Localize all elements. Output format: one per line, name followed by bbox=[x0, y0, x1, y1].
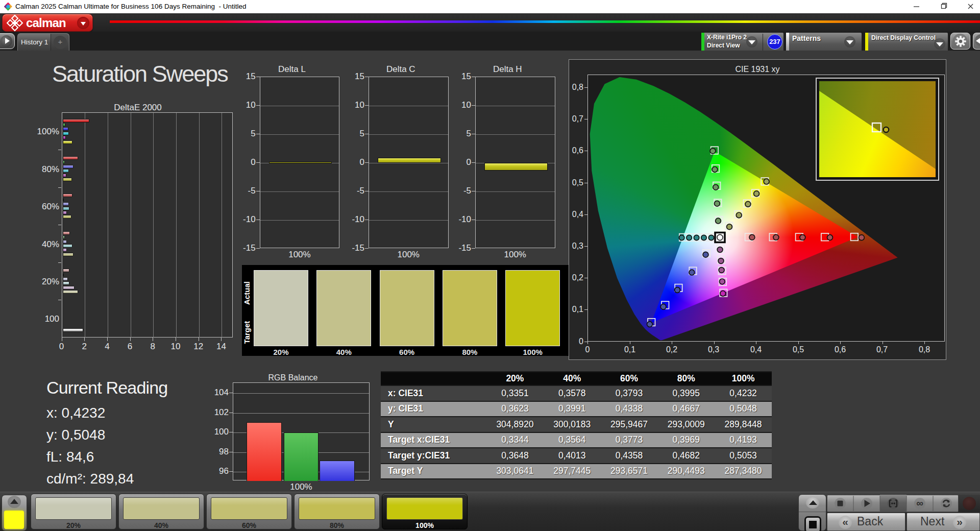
svg-text:∞: ∞ bbox=[916, 498, 923, 509]
